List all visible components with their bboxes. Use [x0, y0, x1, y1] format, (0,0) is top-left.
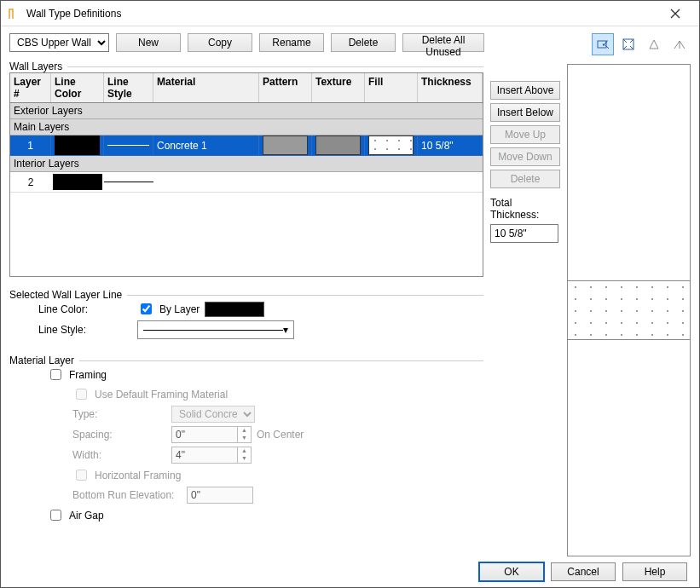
- col-pattern[interactable]: Pattern: [259, 73, 312, 102]
- spacing-row: Spacing: ▲▼ On Center: [72, 426, 483, 443]
- cell-layer-num[interactable]: 2: [10, 172, 51, 192]
- use-default-checkbox: [76, 389, 87, 400]
- total-thickness-label: Total Thickness:: [490, 197, 560, 221]
- air-gap-checkbox[interactable]: [50, 510, 61, 521]
- delete-unused-button[interactable]: Delete All Unused: [402, 33, 484, 52]
- cell-pattern[interactable]: [259, 135, 312, 156]
- line-style-label: Line Style:: [38, 324, 132, 336]
- col-material[interactable]: Material: [153, 73, 259, 102]
- spacing-stepper: ▲▼: [171, 426, 252, 443]
- col-line-color[interactable]: Line Color: [51, 73, 104, 102]
- type-label: Type:: [72, 408, 166, 420]
- wall-type-select[interactable]: CBS Upper Wall: [9, 33, 109, 52]
- ok-button[interactable]: OK: [479, 562, 544, 581]
- dialog-button-bar: OK Cancel Help: [1, 556, 699, 587]
- bottom-run-input: [187, 487, 253, 504]
- cell-layer-num[interactable]: 1: [10, 135, 51, 156]
- use-default-row: Use Default Framing Material: [72, 386, 483, 402]
- cell-line-style[interactable]: [104, 135, 153, 156]
- type-select: Solid Concrete: [171, 406, 255, 423]
- cell-line-color[interactable]: [51, 135, 104, 156]
- by-layer-checkbox[interactable]: [141, 303, 152, 314]
- layer-row-2[interactable]: 2: [10, 172, 483, 193]
- cell-thickness[interactable]: 10 5/8": [418, 135, 483, 156]
- group-main[interactable]: Main Layers: [10, 119, 483, 135]
- horizontal-framing-label: Horizontal Framing: [95, 470, 181, 481]
- width-stepper: ▲▼: [171, 447, 252, 464]
- cell-line-style[interactable]: [104, 172, 153, 192]
- width-label: Width:: [72, 449, 166, 461]
- width-input: [171, 447, 238, 464]
- use-default-label: Use Default Framing Material: [95, 389, 228, 401]
- copy-button[interactable]: Copy: [188, 33, 252, 52]
- new-button[interactable]: New: [116, 33, 181, 52]
- insert-below-button[interactable]: Insert Below: [490, 103, 560, 122]
- group-interior[interactable]: Interior Layers: [10, 156, 483, 172]
- bottom-run-label: Bottom Run Elevation:: [72, 489, 182, 501]
- orientation-icon[interactable]: [668, 33, 691, 55]
- layer-row-1[interactable]: 1 Concrete 1 10 5/8": [10, 135, 483, 156]
- preview-toolbar: ✓: [567, 33, 691, 55]
- wall-layers-section: Wall Layers: [9, 66, 483, 67]
- grid-header: Layer # Line Color Line Style Material P…: [10, 73, 483, 103]
- titlebar: Wall Type Definitions: [1, 1, 699, 26]
- width-row: Width: ▲▼: [72, 447, 483, 464]
- chevron-down-icon: ▾: [283, 324, 288, 336]
- line-color-label: Line Color:: [38, 303, 132, 315]
- cell-line-color[interactable]: [51, 172, 104, 192]
- move-down-button: Move Down: [490, 147, 560, 166]
- col-fill[interactable]: Fill: [365, 73, 418, 102]
- horizontal-framing-checkbox: [76, 470, 87, 481]
- line-color-swatch[interactable]: [205, 302, 264, 317]
- object-select-icon[interactable]: ✓: [592, 33, 614, 55]
- cell-texture[interactable]: [312, 135, 365, 156]
- col-line-style[interactable]: Line Style: [104, 73, 153, 102]
- line-style-row: Line Style: ▾: [38, 320, 483, 339]
- fullscreen-icon[interactable]: [617, 33, 639, 55]
- col-texture[interactable]: Texture: [312, 73, 365, 102]
- rename-button[interactable]: Rename: [259, 33, 324, 52]
- preview-wall-section: [568, 280, 690, 339]
- cancel-button[interactable]: Cancel: [551, 562, 616, 581]
- line-style-select[interactable]: ▾: [137, 320, 294, 339]
- air-gap-row: Air Gap: [47, 507, 483, 523]
- framing-label: Framing: [69, 369, 107, 381]
- by-layer-label: By Layer: [159, 303, 200, 315]
- svg-text:✓: ✓: [601, 37, 610, 49]
- spacing-input: [171, 426, 238, 443]
- delete-button[interactable]: Delete: [331, 33, 396, 52]
- move-up-button: Move Up: [490, 125, 560, 144]
- total-thickness-input[interactable]: [490, 224, 558, 243]
- framing-row: Framing: [47, 366, 483, 383]
- preview-pane[interactable]: [567, 64, 691, 556]
- toggle-view-icon[interactable]: [643, 33, 665, 55]
- horizontal-framing-row: Horizontal Framing: [72, 467, 483, 483]
- air-gap-label: Air Gap: [69, 510, 104, 522]
- framing-checkbox[interactable]: [50, 369, 61, 380]
- cell-fill[interactable]: [365, 135, 418, 156]
- cell-material[interactable]: Concrete 1: [153, 135, 259, 156]
- selected-line-section: Selected Wall Layer Line: [9, 295, 483, 296]
- close-button[interactable]: [658, 2, 692, 26]
- col-thickness[interactable]: Thickness: [418, 73, 483, 102]
- wall-layers-grid[interactable]: Layer # Line Color Line Style Material P…: [9, 72, 483, 277]
- on-center-label: On Center: [257, 429, 304, 441]
- col-layer[interactable]: Layer #: [10, 73, 51, 102]
- help-button[interactable]: Help: [622, 562, 687, 581]
- spacing-label: Spacing:: [72, 429, 166, 441]
- material-layer-section: Material Layer: [9, 360, 483, 361]
- group-exterior[interactable]: Exterior Layers: [10, 103, 483, 119]
- line-color-row: Line Color: By Layer: [38, 301, 483, 317]
- window-title: Wall Type Definitions: [26, 8, 658, 20]
- delete-layer-button: Delete: [490, 170, 560, 188]
- insert-above-button[interactable]: Insert Above: [490, 81, 560, 100]
- app-icon: [8, 7, 21, 20]
- type-row: Type: Solid Concrete: [72, 406, 483, 423]
- bottom-run-row: Bottom Run Elevation:: [72, 487, 483, 504]
